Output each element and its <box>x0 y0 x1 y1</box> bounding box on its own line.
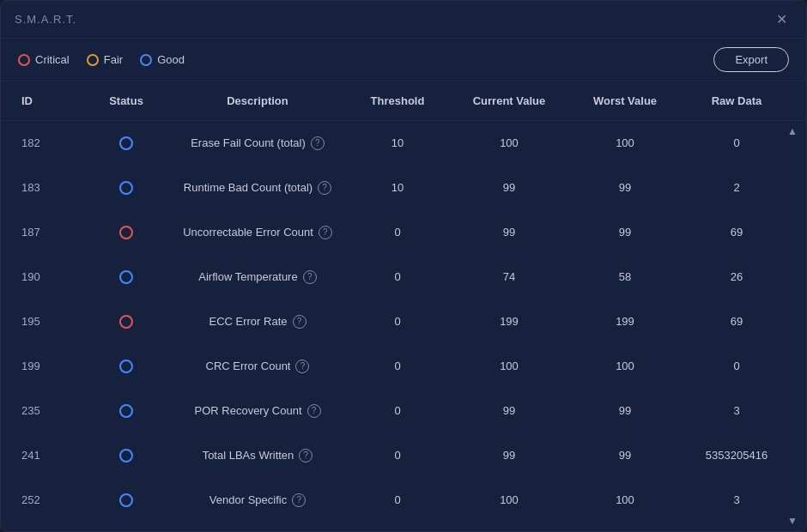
cell-raw: 3 <box>681 404 792 417</box>
fair-dot <box>87 54 99 66</box>
help-icon[interactable]: ? <box>293 315 306 329</box>
table-row[interactable]: 252 Vendor Specific ? 0 100 100 3 <box>1 478 806 523</box>
legend-critical: Critical <box>18 53 70 66</box>
cell-current: 99 <box>449 181 569 194</box>
help-icon[interactable]: ? <box>311 136 325 150</box>
cell-current: 74 <box>449 270 569 283</box>
cell-id: 183 <box>15 181 83 194</box>
cell-description: Vendor Specific ? <box>169 493 346 507</box>
export-button[interactable]: Export <box>713 47 789 72</box>
description-text: Erase Fail Count (total) <box>191 136 306 149</box>
cell-raw: 2 <box>681 181 792 194</box>
description-text: CRC Error Count <box>206 360 291 372</box>
status-indicator <box>119 449 133 462</box>
table-body[interactable]: 182 Erase Fail Count (total) ? 10 100 10… <box>1 121 806 531</box>
table-row[interactable]: 183 Runtime Bad Count (total) ? 10 99 99… <box>1 166 806 210</box>
cell-id: 252 <box>15 493 83 506</box>
cell-worst: 100 <box>569 360 681 372</box>
help-icon[interactable]: ? <box>307 404 321 418</box>
status-indicator <box>119 226 133 239</box>
cell-status <box>83 136 169 150</box>
cell-status <box>83 315 169 329</box>
legend-fair: Fair <box>87 53 123 66</box>
cell-worst: 58 <box>569 270 681 283</box>
col-status: Status <box>83 94 169 107</box>
cell-threshold: 0 <box>346 449 449 462</box>
cell-worst: 99 <box>569 226 681 239</box>
help-icon[interactable]: ? <box>295 360 309 373</box>
status-indicator <box>119 181 133 195</box>
status-indicator <box>119 136 133 150</box>
col-threshold: Threshold <box>346 94 449 107</box>
status-indicator <box>119 360 133 373</box>
cell-threshold: 0 <box>346 404 449 417</box>
description-text: Runtime Bad Count (total) <box>184 181 312 194</box>
table-row[interactable]: 182 Erase Fail Count (total) ? 10 100 10… <box>1 121 806 166</box>
cell-raw: 0 <box>681 136 792 149</box>
cell-description: Runtime Bad Count (total) ? <box>169 181 346 195</box>
cell-raw: 69 <box>681 226 792 239</box>
help-icon[interactable]: ? <box>319 226 332 239</box>
cell-id: 190 <box>15 270 83 283</box>
table-row[interactable]: 187 Uncorrectable Error Count ? 0 99 99 … <box>1 210 806 255</box>
help-icon[interactable]: ? <box>303 270 317 284</box>
critical-label: Critical <box>35 53 70 66</box>
status-indicator <box>119 404 133 418</box>
scroll-down-arrow: ▼ <box>786 514 799 528</box>
cell-current: 99 <box>449 404 569 417</box>
cell-worst: 100 <box>569 136 681 149</box>
description-text: Vendor Specific <box>209 493 287 506</box>
status-indicator <box>119 493 133 507</box>
smart-window: S.M.A.R.T. ✕ Critical Fair Good Export I… <box>0 0 807 532</box>
cell-description: Airflow Temperature ? <box>169 270 346 284</box>
help-icon[interactable]: ? <box>318 181 331 195</box>
cell-threshold: 0 <box>346 493 449 506</box>
cell-threshold: 10 <box>346 136 449 149</box>
col-current: Current Value <box>449 94 569 107</box>
title-bar: S.M.A.R.T. ✕ <box>1 1 806 39</box>
description-text: Uncorrectable Error Count <box>183 226 313 239</box>
cell-current: 99 <box>449 226 569 239</box>
cell-status <box>83 493 169 507</box>
good-label: Good <box>157 53 185 66</box>
cell-worst: 99 <box>569 404 681 417</box>
critical-dot <box>18 54 30 66</box>
cell-current: 199 <box>449 315 569 328</box>
help-icon[interactable]: ? <box>299 449 312 462</box>
toolbar: Critical Fair Good Export <box>1 39 806 82</box>
col-description: Description <box>169 94 346 107</box>
cell-threshold: 0 <box>346 226 449 239</box>
cell-description: CRC Error Count ? <box>169 360 346 373</box>
scroll-up-arrow: ▲ <box>786 124 799 138</box>
table-row[interactable]: 199 CRC Error Count ? 0 100 100 0 <box>1 344 806 389</box>
table-container: ID Status Description Threshold Current … <box>1 82 806 531</box>
cell-raw: 3 <box>681 493 792 506</box>
cell-description: Erase Fail Count (total) ? <box>169 136 346 150</box>
table-row[interactable]: 241 Total LBAs Written ? 0 99 99 5353205… <box>1 433 806 478</box>
cell-current: 100 <box>449 493 569 506</box>
table-row[interactable]: 190 Airflow Temperature ? 0 74 58 26 <box>1 255 806 299</box>
description-text: Airflow Temperature <box>198 270 297 283</box>
table-row[interactable]: 235 POR Recovery Count ? 0 99 99 3 <box>1 389 806 433</box>
cell-description: Uncorrectable Error Count ? <box>169 226 346 239</box>
cell-status <box>83 270 169 284</box>
cell-status <box>83 360 169 373</box>
cell-id: 235 <box>15 404 83 417</box>
description-text: ECC Error Rate <box>209 315 287 328</box>
table-header: ID Status Description Threshold Current … <box>1 82 806 121</box>
cell-id: 199 <box>15 360 83 372</box>
cell-raw: 69 <box>681 315 792 328</box>
cell-description: POR Recovery Count ? <box>169 404 346 418</box>
help-icon[interactable]: ? <box>292 493 306 507</box>
cell-threshold: 0 <box>346 270 449 283</box>
status-indicator <box>119 270 133 284</box>
table-row[interactable]: 195 ECC Error Rate ? 0 199 199 69 <box>1 299 806 344</box>
cell-description: ECC Error Rate ? <box>169 315 346 329</box>
cell-threshold: 10 <box>346 181 449 194</box>
description-text: POR Recovery Count <box>195 404 302 417</box>
cell-id: 241 <box>15 449 83 462</box>
close-button[interactable]: ✕ <box>771 8 792 31</box>
good-dot <box>140 54 152 66</box>
cell-id: 182 <box>15 136 83 149</box>
status-indicator <box>119 315 133 329</box>
